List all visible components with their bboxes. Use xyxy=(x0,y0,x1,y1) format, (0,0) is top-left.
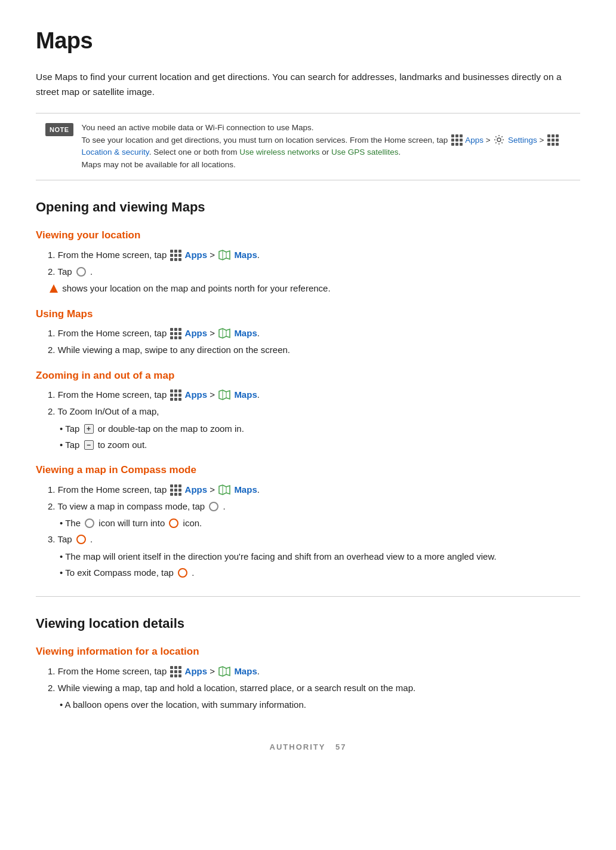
bullet-5-1: • A balloon opens over the location, wit… xyxy=(60,698,580,711)
apps-text-3: Apps xyxy=(185,389,208,400)
gps-link: Use GPS satellites xyxy=(331,148,399,157)
bullet-4-2: • The map will orient itself in the dire… xyxy=(60,550,580,563)
apps-icon-note2 xyxy=(547,134,558,145)
section-heading-opening: Opening and viewing Maps xyxy=(36,197,580,217)
note-line-3: Maps may not be available for all locati… xyxy=(82,159,571,171)
subsection-heading-zooming: Zooming in and out of a map xyxy=(36,368,580,383)
step-1-1: 1. From the Home screen, tap Apps > Maps… xyxy=(48,248,580,262)
step-4-3: 3. Tap . xyxy=(48,532,580,546)
intro-text: Use Maps to find your current location a… xyxy=(36,70,580,100)
step-1-3: shows your location on the map and point… xyxy=(48,281,580,295)
step-2-1: 1. From the Home screen, tap Apps > Maps… xyxy=(48,326,580,340)
svg-point-0 xyxy=(497,138,501,142)
svg-marker-10 xyxy=(219,485,230,495)
step-1-2: 2. Tap . xyxy=(48,265,580,278)
location-security-link: Location & security xyxy=(82,148,149,157)
maps-icon-5 xyxy=(218,665,230,677)
compass-dot-1 xyxy=(76,267,86,277)
apps-icon-2 xyxy=(170,328,181,339)
footer-page-number: 57 xyxy=(335,742,346,751)
svg-marker-13 xyxy=(219,667,230,676)
note-line-1: You need an active mobile data or Wi-Fi … xyxy=(82,122,571,134)
subsection-heading-using-maps: Using Maps xyxy=(36,306,580,322)
compass-icon-3 xyxy=(85,518,94,528)
wireless-link: Use wireless networks xyxy=(239,148,319,157)
step-5-2: 2. While viewing a map, tap and hold a l… xyxy=(48,681,580,695)
subsection-using-maps: Using Maps 1. From the Home screen, tap … xyxy=(36,306,580,357)
page-title: Maps xyxy=(36,24,580,58)
svg-marker-7 xyxy=(219,390,230,400)
arrow-up-icon-1 xyxy=(50,284,58,293)
maps-text-4: Maps xyxy=(234,484,257,495)
bullet-3-1: • Tap or double-tap on the map to zoom i… xyxy=(60,422,580,435)
subsection-heading-compass: Viewing a map in Compass mode xyxy=(36,462,580,478)
zoom-plus-icon xyxy=(84,424,94,434)
apps-icon-4 xyxy=(170,484,181,495)
bullet-4-1: • The icon will turn into icon. xyxy=(60,516,580,530)
maps-text-1: Maps xyxy=(234,250,257,260)
step-3-1: 1. From the Home screen, tap Apps > Maps… xyxy=(48,388,580,401)
apps-icon-5 xyxy=(170,666,181,677)
note-badge: NOTE xyxy=(45,123,73,137)
section-divider xyxy=(36,596,580,597)
zoom-minus-icon xyxy=(84,440,94,450)
apps-icon-3 xyxy=(170,389,181,400)
maps-text-2: Maps xyxy=(234,328,257,338)
maps-text-3: Maps xyxy=(234,389,257,400)
apps-text-2: Apps xyxy=(185,328,208,338)
maps-icon-4 xyxy=(218,484,230,496)
subsection-heading-viewing-info: Viewing information for a location xyxy=(36,644,580,659)
maps-text-5: Maps xyxy=(234,666,257,676)
subsection-viewing-info: Viewing information for a location 1. Fr… xyxy=(36,644,580,711)
step-2-2: 2. While viewing a map, swipe to any dir… xyxy=(48,343,580,357)
apps-text-5: Apps xyxy=(185,666,208,676)
bullet-4-3: • To exit Compass mode, tap . xyxy=(60,566,580,579)
maps-icon-3 xyxy=(218,389,230,401)
compass-icon-2 xyxy=(209,502,218,511)
section-heading-location-details: Viewing location details xyxy=(36,613,580,633)
apps-icon-note xyxy=(451,134,462,145)
svg-marker-4 xyxy=(219,329,230,338)
note-line-2: To see your location and get directions,… xyxy=(82,134,571,159)
note-content: You need an active mobile data or Wi-Fi … xyxy=(82,122,571,172)
subsection-compass-mode: Viewing a map in Compass mode 1. From th… xyxy=(36,462,580,579)
bullet-3-2: • Tap to zoom out. xyxy=(60,438,580,452)
step-4-1: 1. From the Home screen, tap Apps > Maps… xyxy=(48,483,580,496)
subsection-heading-viewing-location: Viewing your location xyxy=(36,228,580,243)
subsection-zooming: Zooming in and out of a map 1. From the … xyxy=(36,368,580,452)
apps-text-4: Apps xyxy=(185,484,208,495)
step-3-2: 2. To Zoom In/Out of a map, xyxy=(48,404,580,418)
footer-brand: AUTHORITY xyxy=(270,742,326,751)
compass-icon-6 xyxy=(178,568,187,578)
compass-icon-4 xyxy=(169,518,178,528)
apps-icon-1 xyxy=(170,250,181,260)
settings-link-note: Settings xyxy=(508,136,537,145)
settings-icon-note xyxy=(494,134,504,145)
maps-icon-1 xyxy=(218,249,230,261)
apps-link-note: Apps xyxy=(465,136,483,145)
page-footer: AUTHORITY 57 xyxy=(36,741,580,753)
maps-icon-2 xyxy=(218,327,230,339)
step-5-1: 1. From the Home screen, tap Apps > Maps… xyxy=(48,664,580,678)
step-4-2: 2. To view a map in compass mode, tap . xyxy=(48,499,580,513)
subsection-viewing-location: Viewing your location 1. From the Home s… xyxy=(36,228,580,295)
apps-text-1: Apps xyxy=(185,250,208,260)
svg-marker-1 xyxy=(219,250,230,260)
compass-icon-5 xyxy=(76,535,86,544)
note-box: NOTE You need an active mobile data or W… xyxy=(36,113,580,181)
